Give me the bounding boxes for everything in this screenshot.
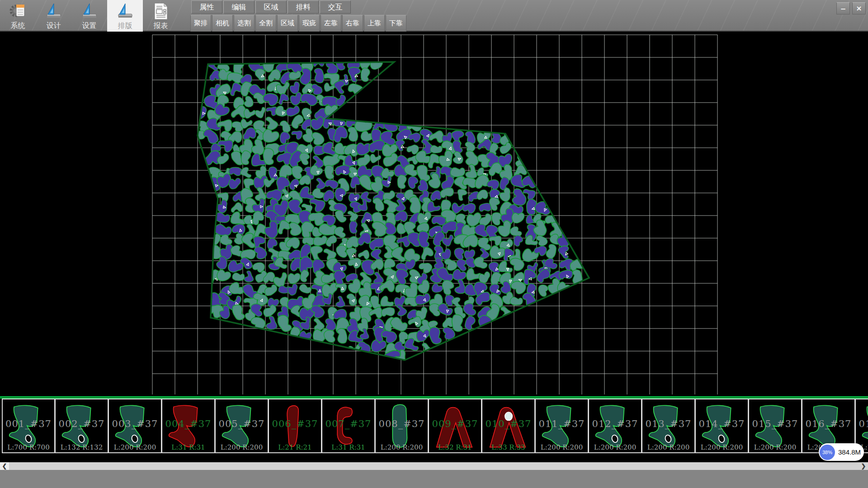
piece-thumbnail-004_#37[interactable]: 004_#37L:31 R:31 (162, 399, 215, 453)
piece-lr-count: L:32 R:31 (429, 443, 481, 451)
app-tab-2[interactable]: 设计 (36, 0, 71, 32)
scroll-right-arrow-icon[interactable]: ❯ (859, 462, 868, 470)
tool-button-10[interactable]: 下靠 (386, 15, 406, 32)
menu-tab-4[interactable]: 排料 (288, 0, 319, 14)
menu-tab-row: 属性编辑区域排料交互 (191, 0, 351, 14)
setsquare-icon (115, 1, 135, 21)
app-tab-1[interactable]: 系统 (0, 0, 36, 32)
horizontal-scrollbar[interactable]: ❮ ❯ (0, 462, 868, 470)
app-tab-3[interactable]: 设置 (71, 0, 107, 32)
menu-tab-2[interactable]: 编辑 (223, 0, 255, 14)
setsquare-icon (44, 1, 64, 21)
piece-thumbnail-003_#37[interactable]: 003_#37L:200 R:200 (108, 399, 162, 453)
report-icon (151, 1, 171, 21)
tool-button-3[interactable]: 选割 (234, 15, 255, 32)
tool-button-5[interactable]: 区域 (277, 15, 298, 32)
piece-lr-count: L:33 R:33 (482, 443, 534, 451)
piece-thumbnail-strip: 001_#37L:700 R:700002_#37L:132 R:132003_… (0, 399, 868, 454)
tool-button-9[interactable]: 上靠 (364, 15, 385, 32)
window-controls: – × (836, 2, 866, 14)
piece-id: 007_#37 (322, 418, 374, 429)
piece-id: 004_#37 (162, 418, 214, 429)
app-tab-label: 设计 (47, 21, 61, 31)
piece-id: 010_#37 (482, 418, 534, 429)
piece-id: 003_#37 (109, 418, 161, 429)
piece-lr-count: L:200 R:200 (376, 443, 428, 451)
menu-tab-5[interactable]: 交互 (320, 0, 351, 14)
piece-id: 001_#37 (3, 418, 54, 429)
piece-thumbnail-002_#37[interactable]: 002_#37L:132 R:132 (55, 399, 108, 453)
piece-id: 008_#37 (376, 418, 428, 429)
piece-lr-count: L:200 R:200 (536, 443, 588, 451)
tool-button-6[interactable]: 瑕疵 (299, 15, 320, 32)
piece-id: 011_#37 (536, 418, 588, 429)
close-button[interactable]: × (852, 2, 866, 14)
app-tab-label: 系统 (11, 21, 25, 31)
piece-id: 005_#37 (216, 418, 268, 429)
app-tab-label: 排版 (118, 21, 132, 31)
scroll-left-arrow-icon[interactable]: ❮ (0, 462, 9, 470)
piece-id: 017_#37 (856, 418, 868, 429)
piece-lr-count: L:200 R:200 (109, 443, 161, 451)
app-tab-label: 报表 (154, 21, 168, 31)
piece-id: 013_#37 (642, 418, 694, 429)
menu-tab-1[interactable]: 属性 (191, 0, 222, 14)
memory-badge: 38% 384.8M (819, 443, 864, 461)
piece-id: 015_#37 (749, 418, 801, 429)
piece-thumbnail-009_#37[interactable]: 009_#37L:32 R:31 (429, 399, 482, 453)
tool-button-7[interactable]: 左靠 (321, 15, 341, 32)
piece-id: 014_#37 (696, 418, 748, 429)
piece-lr-count: L:700 R:700 (3, 443, 54, 451)
piece-lr-count: L:200 R:200 (642, 443, 694, 451)
tool-button-1[interactable]: 聚排 (190, 15, 211, 32)
piece-lr-count: L:132 R:132 (56, 443, 108, 451)
tool-button-8[interactable]: 右靠 (342, 15, 363, 32)
menu-tab-3[interactable]: 区域 (255, 0, 287, 14)
piece-thumbnail-007_#37[interactable]: 007_#37L:31 R:31 (322, 399, 375, 453)
piece-lr-count: L:31 R:31 (322, 443, 374, 451)
piece-id: 016_#37 (802, 418, 854, 429)
piece-thumbnail-013_#37[interactable]: 013_#37L:200 R:200 (642, 399, 695, 453)
piece-lr-count: L:200 R:200 (749, 443, 801, 451)
app-tab-bar: 系统设计设置排版报表 (0, 0, 179, 32)
piece-thumbnail-006_#37[interactable]: 006_#37L:21 R:21 (269, 399, 322, 453)
piece-thumbnail-008_#37[interactable]: 008_#37L:200 R:200 (375, 399, 429, 453)
piece-thumbnail-014_#37[interactable]: 014_#37L:200 R:200 (695, 399, 749, 453)
piece-lr-count: L:31 R:31 (162, 443, 214, 451)
app-tab-5[interactable]: 报表 (143, 0, 179, 32)
tool-button-2[interactable]: 相机 (212, 15, 233, 32)
nesting-canvas[interactable] (0, 32, 868, 396)
toolbar: 系统设计设置排版报表 属性编辑区域排料交互 聚排相机选割全割区域瑕疵左靠右靠上靠… (0, 0, 868, 32)
memory-value: 384.8M (835, 448, 864, 456)
piece-lr-count: L:200 R:200 (216, 443, 268, 451)
app-tab-4[interactable]: 排版 (107, 0, 143, 32)
piece-id: 012_#37 (589, 418, 641, 429)
piece-thumbnail-010_#37[interactable]: 010_#37L:33 R:33 (482, 399, 535, 453)
piece-thumbnail-015_#37[interactable]: 015_#37L:200 R:200 (749, 399, 802, 453)
setsquare-icon (80, 1, 99, 21)
piece-id: 002_#37 (56, 418, 108, 429)
piece-id: 006_#37 (269, 418, 321, 429)
memory-percent-circle: 38% (820, 445, 835, 460)
nesting-layout-drawing (0, 32, 868, 396)
piece-thumbnail-005_#37[interactable]: 005_#37L:200 R:200 (215, 399, 269, 453)
status-footer (0, 470, 868, 488)
piece-lr-count: L:21 R:21 (269, 443, 321, 451)
tool-button-4[interactable]: 全割 (255, 15, 276, 32)
piece-lr-count: L:200 R:200 (589, 443, 641, 451)
piece-thumbnail-012_#37[interactable]: 012_#37L:200 R:200 (589, 399, 642, 453)
minimize-button[interactable]: – (836, 2, 850, 14)
gear-icon (8, 1, 28, 21)
tool-button-row: 聚排相机选割全割区域瑕疵左靠右靠上靠下靠 (190, 15, 406, 32)
piece-id: 009_#37 (429, 418, 481, 429)
piece-lr-count: L:200 R:200 (696, 443, 748, 451)
app-tab-label: 设置 (82, 21, 97, 31)
piece-thumbnail-011_#37[interactable]: 011_#37L:200 R:200 (535, 399, 589, 453)
piece-thumbnail-001_#37[interactable]: 001_#37L:700 R:700 (2, 399, 55, 453)
